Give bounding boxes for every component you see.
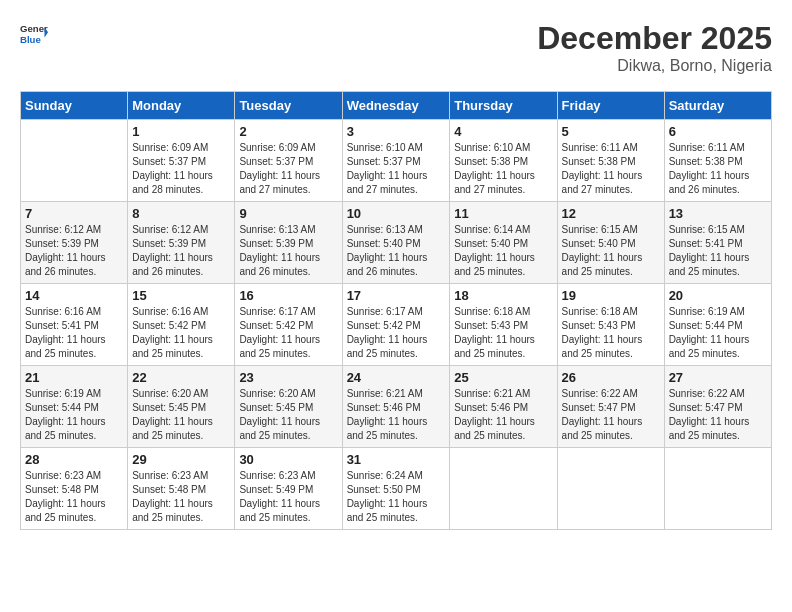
day-number: 26 (562, 370, 660, 385)
title-section: December 2025 Dikwa, Borno, Nigeria (537, 20, 772, 75)
calendar-header-row: SundayMondayTuesdayWednesdayThursdayFrid… (21, 92, 772, 120)
page-header: General Blue December 2025 Dikwa, Borno,… (20, 20, 772, 75)
day-number: 5 (562, 124, 660, 139)
day-info: Sunrise: 6:10 AMSunset: 5:37 PMDaylight:… (347, 141, 446, 197)
day-info: Sunrise: 6:23 AMSunset: 5:49 PMDaylight:… (239, 469, 337, 525)
calendar-week-row: 1Sunrise: 6:09 AMSunset: 5:37 PMDaylight… (21, 120, 772, 202)
day-info: Sunrise: 6:13 AMSunset: 5:39 PMDaylight:… (239, 223, 337, 279)
day-info: Sunrise: 6:18 AMSunset: 5:43 PMDaylight:… (562, 305, 660, 361)
calendar-header-tuesday: Tuesday (235, 92, 342, 120)
day-info: Sunrise: 6:23 AMSunset: 5:48 PMDaylight:… (25, 469, 123, 525)
calendar-cell: 23Sunrise: 6:20 AMSunset: 5:45 PMDayligh… (235, 366, 342, 448)
calendar-cell: 16Sunrise: 6:17 AMSunset: 5:42 PMDayligh… (235, 284, 342, 366)
calendar-cell: 5Sunrise: 6:11 AMSunset: 5:38 PMDaylight… (557, 120, 664, 202)
day-number: 6 (669, 124, 767, 139)
day-number: 15 (132, 288, 230, 303)
calendar-cell: 13Sunrise: 6:15 AMSunset: 5:41 PMDayligh… (664, 202, 771, 284)
calendar-cell: 3Sunrise: 6:10 AMSunset: 5:37 PMDaylight… (342, 120, 450, 202)
calendar-cell: 14Sunrise: 6:16 AMSunset: 5:41 PMDayligh… (21, 284, 128, 366)
day-info: Sunrise: 6:21 AMSunset: 5:46 PMDaylight:… (454, 387, 552, 443)
calendar-cell: 1Sunrise: 6:09 AMSunset: 5:37 PMDaylight… (128, 120, 235, 202)
day-number: 12 (562, 206, 660, 221)
day-number: 11 (454, 206, 552, 221)
calendar-cell (450, 448, 557, 530)
day-info: Sunrise: 6:20 AMSunset: 5:45 PMDaylight:… (239, 387, 337, 443)
calendar-week-row: 28Sunrise: 6:23 AMSunset: 5:48 PMDayligh… (21, 448, 772, 530)
calendar-cell: 30Sunrise: 6:23 AMSunset: 5:49 PMDayligh… (235, 448, 342, 530)
day-number: 28 (25, 452, 123, 467)
day-info: Sunrise: 6:11 AMSunset: 5:38 PMDaylight:… (562, 141, 660, 197)
day-info: Sunrise: 6:09 AMSunset: 5:37 PMDaylight:… (239, 141, 337, 197)
day-number: 3 (347, 124, 446, 139)
day-info: Sunrise: 6:16 AMSunset: 5:41 PMDaylight:… (25, 305, 123, 361)
day-number: 10 (347, 206, 446, 221)
day-number: 4 (454, 124, 552, 139)
day-info: Sunrise: 6:11 AMSunset: 5:38 PMDaylight:… (669, 141, 767, 197)
day-info: Sunrise: 6:24 AMSunset: 5:50 PMDaylight:… (347, 469, 446, 525)
day-number: 30 (239, 452, 337, 467)
day-info: Sunrise: 6:18 AMSunset: 5:43 PMDaylight:… (454, 305, 552, 361)
day-info: Sunrise: 6:19 AMSunset: 5:44 PMDaylight:… (669, 305, 767, 361)
day-info: Sunrise: 6:17 AMSunset: 5:42 PMDaylight:… (239, 305, 337, 361)
logo-icon: General Blue (20, 20, 48, 48)
calendar-cell: 28Sunrise: 6:23 AMSunset: 5:48 PMDayligh… (21, 448, 128, 530)
calendar-cell: 17Sunrise: 6:17 AMSunset: 5:42 PMDayligh… (342, 284, 450, 366)
day-number: 21 (25, 370, 123, 385)
day-info: Sunrise: 6:16 AMSunset: 5:42 PMDaylight:… (132, 305, 230, 361)
day-number: 24 (347, 370, 446, 385)
day-info: Sunrise: 6:20 AMSunset: 5:45 PMDaylight:… (132, 387, 230, 443)
calendar-week-row: 14Sunrise: 6:16 AMSunset: 5:41 PMDayligh… (21, 284, 772, 366)
day-info: Sunrise: 6:22 AMSunset: 5:47 PMDaylight:… (562, 387, 660, 443)
day-info: Sunrise: 6:09 AMSunset: 5:37 PMDaylight:… (132, 141, 230, 197)
calendar-week-row: 7Sunrise: 6:12 AMSunset: 5:39 PMDaylight… (21, 202, 772, 284)
day-number: 17 (347, 288, 446, 303)
day-info: Sunrise: 6:23 AMSunset: 5:48 PMDaylight:… (132, 469, 230, 525)
day-info: Sunrise: 6:21 AMSunset: 5:46 PMDaylight:… (347, 387, 446, 443)
day-number: 1 (132, 124, 230, 139)
calendar-cell: 25Sunrise: 6:21 AMSunset: 5:46 PMDayligh… (450, 366, 557, 448)
day-info: Sunrise: 6:19 AMSunset: 5:44 PMDaylight:… (25, 387, 123, 443)
calendar-cell: 21Sunrise: 6:19 AMSunset: 5:44 PMDayligh… (21, 366, 128, 448)
day-number: 31 (347, 452, 446, 467)
calendar-cell: 19Sunrise: 6:18 AMSunset: 5:43 PMDayligh… (557, 284, 664, 366)
calendar-cell: 22Sunrise: 6:20 AMSunset: 5:45 PMDayligh… (128, 366, 235, 448)
calendar-cell: 10Sunrise: 6:13 AMSunset: 5:40 PMDayligh… (342, 202, 450, 284)
calendar-cell: 11Sunrise: 6:14 AMSunset: 5:40 PMDayligh… (450, 202, 557, 284)
day-number: 22 (132, 370, 230, 385)
calendar-header-monday: Monday (128, 92, 235, 120)
day-info: Sunrise: 6:14 AMSunset: 5:40 PMDaylight:… (454, 223, 552, 279)
calendar-cell: 6Sunrise: 6:11 AMSunset: 5:38 PMDaylight… (664, 120, 771, 202)
calendar-header-saturday: Saturday (664, 92, 771, 120)
calendar-cell: 8Sunrise: 6:12 AMSunset: 5:39 PMDaylight… (128, 202, 235, 284)
calendar-cell: 20Sunrise: 6:19 AMSunset: 5:44 PMDayligh… (664, 284, 771, 366)
day-number: 20 (669, 288, 767, 303)
day-number: 9 (239, 206, 337, 221)
day-info: Sunrise: 6:15 AMSunset: 5:41 PMDaylight:… (669, 223, 767, 279)
day-number: 18 (454, 288, 552, 303)
day-number: 29 (132, 452, 230, 467)
calendar-cell: 15Sunrise: 6:16 AMSunset: 5:42 PMDayligh… (128, 284, 235, 366)
calendar-header-thursday: Thursday (450, 92, 557, 120)
day-number: 2 (239, 124, 337, 139)
calendar-cell: 24Sunrise: 6:21 AMSunset: 5:46 PMDayligh… (342, 366, 450, 448)
calendar-cell (21, 120, 128, 202)
day-info: Sunrise: 6:22 AMSunset: 5:47 PMDaylight:… (669, 387, 767, 443)
day-number: 13 (669, 206, 767, 221)
day-info: Sunrise: 6:12 AMSunset: 5:39 PMDaylight:… (25, 223, 123, 279)
calendar-table: SundayMondayTuesdayWednesdayThursdayFrid… (20, 91, 772, 530)
day-info: Sunrise: 6:17 AMSunset: 5:42 PMDaylight:… (347, 305, 446, 361)
calendar-header-wednesday: Wednesday (342, 92, 450, 120)
calendar-cell (557, 448, 664, 530)
day-number: 25 (454, 370, 552, 385)
calendar-week-row: 21Sunrise: 6:19 AMSunset: 5:44 PMDayligh… (21, 366, 772, 448)
day-number: 14 (25, 288, 123, 303)
logo: General Blue (20, 20, 48, 48)
day-number: 23 (239, 370, 337, 385)
calendar-header-sunday: Sunday (21, 92, 128, 120)
calendar-cell: 9Sunrise: 6:13 AMSunset: 5:39 PMDaylight… (235, 202, 342, 284)
calendar-cell (664, 448, 771, 530)
day-info: Sunrise: 6:15 AMSunset: 5:40 PMDaylight:… (562, 223, 660, 279)
day-info: Sunrise: 6:13 AMSunset: 5:40 PMDaylight:… (347, 223, 446, 279)
calendar-cell: 12Sunrise: 6:15 AMSunset: 5:40 PMDayligh… (557, 202, 664, 284)
day-number: 27 (669, 370, 767, 385)
